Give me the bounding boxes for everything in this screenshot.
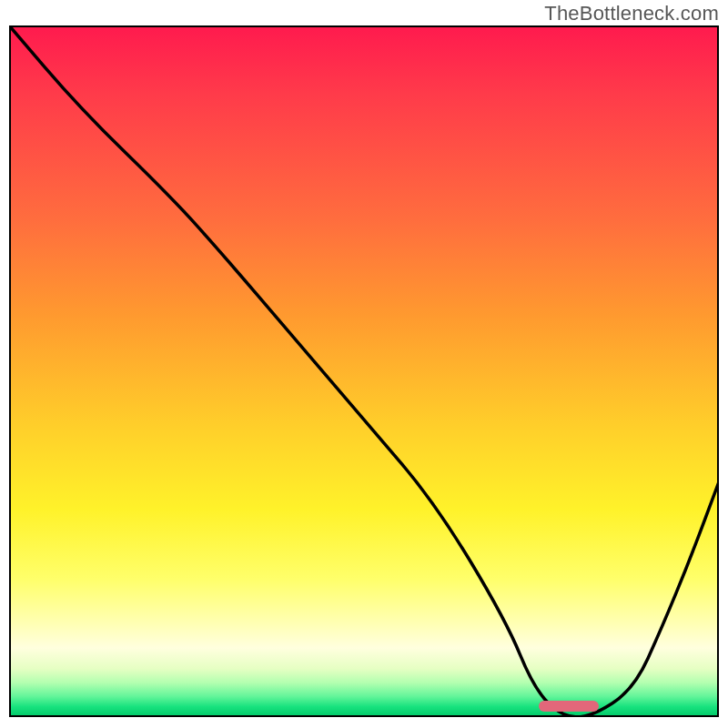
plot-area <box>9 25 719 717</box>
optimal-marker <box>539 701 599 712</box>
curve-path <box>9 25 719 717</box>
curve-svg <box>9 25 719 717</box>
watermark-text: TheBottleneck.com <box>544 2 719 25</box>
chart-container: TheBottleneck.com <box>0 0 728 728</box>
